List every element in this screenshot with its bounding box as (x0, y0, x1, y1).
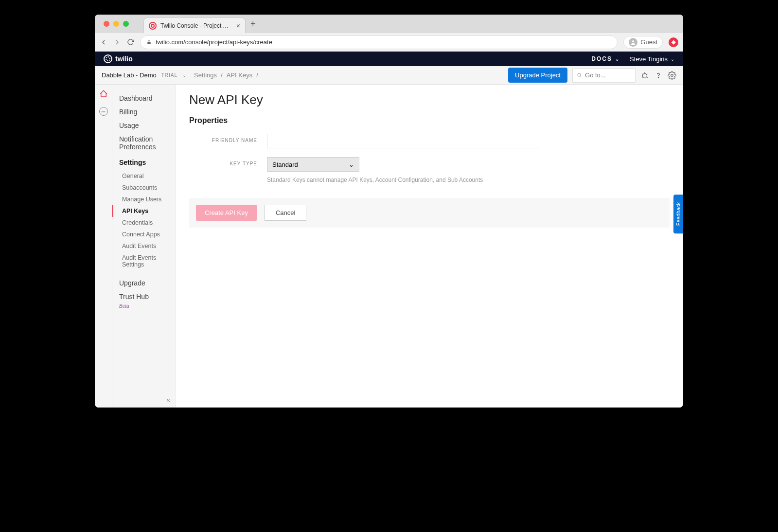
chevron-down-icon: ⌄ (671, 56, 674, 62)
key-type-select[interactable]: Standard ⌄ (267, 157, 359, 172)
sidenav-item-usage[interactable]: Usage (112, 119, 175, 132)
logo-text: twilio (115, 55, 133, 63)
browser-reload-button[interactable] (127, 38, 134, 46)
create-api-key-button[interactable]: Create API Key (196, 205, 257, 221)
sidenav-item-billing[interactable]: Billing (112, 105, 175, 119)
trial-badge: TRIAL (161, 72, 177, 78)
sidenav-item-dashboard[interactable]: Dashboard (112, 91, 175, 105)
svg-point-10 (658, 77, 658, 77)
page-title: New API Key (189, 92, 670, 107)
svg-point-11 (671, 74, 673, 76)
close-tab-button[interactable]: × (236, 22, 240, 30)
action-bar: Create API Key Cancel (189, 198, 670, 228)
svg-point-2 (578, 73, 581, 76)
breadcrumb-item[interactable]: API Keys (227, 71, 252, 79)
breadcrumb: Settings / API Keys / (194, 71, 258, 79)
sidenav-item-notification-preferences[interactable]: Notification Preferences (112, 132, 175, 154)
friendly-name-input[interactable] (267, 134, 539, 148)
sidenav-sub-audit-events-settings[interactable]: Audit Events Settings (112, 252, 175, 270)
browser-tab-strip: Twilio Console - Project API Ke × + (95, 15, 683, 33)
browser-tab[interactable]: Twilio Console - Project API Ke × (143, 18, 246, 33)
sidenav-sub-subaccounts[interactable]: Subaccounts (112, 182, 175, 194)
side-navigation: Dashboard Billing Usage Notification Pre… (112, 85, 176, 408)
svg-line-9 (647, 77, 648, 78)
sidenav-item-upgrade[interactable]: Upgrade (112, 276, 175, 290)
chevron-down-icon: ⌄ (349, 161, 354, 168)
svg-rect-0 (147, 42, 150, 44)
sidenav-sub-audit-events[interactable]: Audit Events (112, 240, 175, 252)
sidenav-sub-credentials[interactable]: Credentials (112, 217, 175, 229)
global-search[interactable] (572, 68, 636, 83)
guest-label: Guest (640, 38, 657, 46)
sidenav-item-trust-hub[interactable]: Trust Hub (112, 290, 175, 303)
browser-profile-button[interactable]: Guest (623, 36, 663, 49)
search-icon (577, 72, 582, 78)
window-maximize-button[interactable] (123, 21, 129, 27)
beta-badge: Beta (112, 303, 175, 309)
project-dropdown-icon[interactable]: ⌄ (182, 72, 186, 78)
search-input[interactable] (585, 71, 631, 79)
settings-gear-icon[interactable] (668, 71, 676, 80)
browser-back-button[interactable] (100, 38, 107, 46)
feedback-tab[interactable]: Feedback (673, 195, 683, 233)
collapse-sidebar-button[interactable]: « (166, 396, 170, 404)
extension-icon[interactable]: ◆ (669, 37, 678, 47)
user-menu[interactable]: Steve Tingiris ⌄ (630, 55, 674, 63)
url-text: twilio.com/console/project/api-keys/crea… (156, 38, 272, 46)
section-title: Properties (189, 116, 670, 125)
key-type-label: Key Type (189, 157, 267, 166)
svg-line-3 (581, 76, 582, 77)
help-icon[interactable] (654, 71, 663, 80)
sidenav-sub-general[interactable]: General (112, 170, 175, 182)
address-bar[interactable]: twilio.com/console/project/api-keys/crea… (140, 35, 618, 49)
browser-forward-button[interactable] (113, 38, 121, 46)
window-close-button[interactable] (104, 21, 109, 27)
tab-title: Twilio Console - Project API Ke (160, 22, 232, 29)
user-avatar-icon (629, 38, 637, 47)
more-apps-icon[interactable]: ••• (99, 107, 108, 116)
breadcrumb-item[interactable]: Settings (194, 71, 217, 79)
new-tab-button[interactable]: + (250, 19, 256, 29)
svg-point-1 (632, 40, 634, 42)
window-minimize-button[interactable] (113, 21, 119, 27)
friendly-name-label: Friendly Name (189, 134, 267, 143)
svg-line-8 (642, 77, 643, 78)
twilio-favicon-icon (149, 22, 157, 30)
sidenav-sub-connect-apps[interactable]: Connect Apps (112, 229, 175, 240)
sidenav-section-settings[interactable]: Settings (112, 156, 175, 169)
debug-icon[interactable] (640, 71, 649, 80)
key-type-value: Standard (272, 161, 298, 168)
cancel-button[interactable]: Cancel (265, 205, 306, 221)
twilio-logo-icon (104, 54, 112, 63)
project-name[interactable]: Dabble Lab - Demo (102, 71, 157, 79)
svg-point-4 (643, 73, 647, 78)
docs-link[interactable]: DOCS ⌄ (591, 55, 620, 62)
sidenav-sub-manage-users[interactable]: Manage Users (112, 194, 175, 205)
sidenav-sub-api-keys[interactable]: API Keys (112, 205, 175, 217)
key-type-help-text: Standard Keys cannot manage API Keys, Ac… (267, 177, 483, 183)
twilio-logo[interactable]: twilio (104, 54, 133, 63)
chevron-down-icon: ⌄ (615, 56, 620, 62)
home-icon[interactable] (99, 89, 108, 98)
upgrade-project-button[interactable]: Upgrade Project (508, 68, 567, 83)
lock-icon (146, 39, 152, 45)
